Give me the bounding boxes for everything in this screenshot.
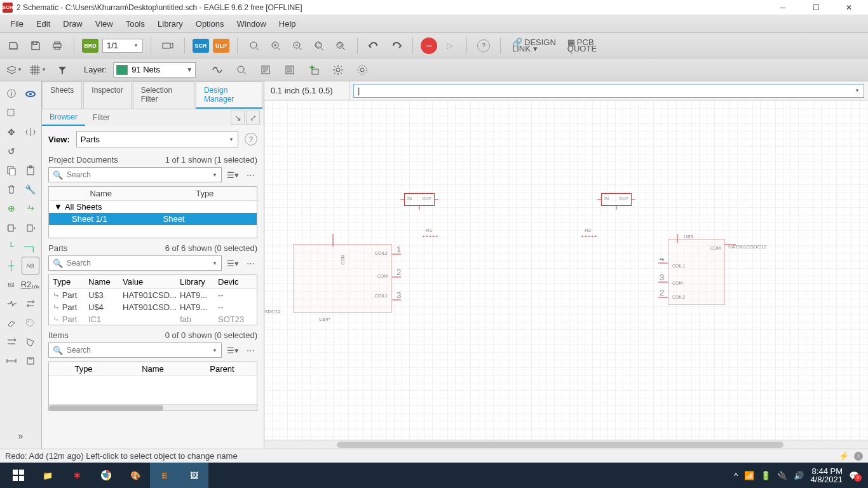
- menu-options[interactable]: Options: [189, 17, 231, 31]
- tray-battery-icon[interactable]: 🔋: [761, 471, 771, 480]
- menu-library[interactable]: Library: [151, 17, 189, 31]
- stop-button[interactable]: ─: [421, 37, 437, 54]
- start-button[interactable]: [4, 463, 33, 488]
- menu-edit[interactable]: Edit: [30, 17, 57, 31]
- relay-us3[interactable]: COM COIL1 COM COIL2: [668, 239, 725, 305]
- undo-icon[interactable]: [365, 37, 383, 55]
- design-link-button[interactable]: 🔗DESIGN LINK ▾: [508, 39, 560, 52]
- expand-palette-icon[interactable]: »: [3, 427, 39, 445]
- info-tool-icon[interactable]: ⓘ: [3, 85, 20, 103]
- taskbar-paint-icon[interactable]: 🎨: [121, 463, 150, 488]
- taskbar-app1-icon[interactable]: ✱: [62, 463, 92, 488]
- r2-tool-icon[interactable]: R2: [3, 276, 20, 294]
- menu-file[interactable]: File: [4, 17, 30, 31]
- bus-tool-icon[interactable]: [3, 333, 20, 351]
- open-icon[interactable]: [5, 37, 23, 55]
- polygon-tool-icon[interactable]: [22, 333, 39, 351]
- more-icon[interactable]: ⋯: [243, 256, 257, 270]
- subtab-filter[interactable]: Filter: [85, 110, 118, 125]
- label-tool-icon[interactable]: AB: [22, 257, 39, 274]
- tree-row-all-sheets[interactable]: ▼All Sheets: [49, 201, 257, 213]
- tree-row-sheet1[interactable]: Sheet 1/1Sheet: [49, 213, 257, 225]
- layers-icon[interactable]: ▼: [5, 61, 23, 79]
- taskbar-chrome-icon[interactable]: [92, 463, 121, 488]
- zoom-in-icon[interactable]: [267, 37, 285, 55]
- menu-window[interactable]: Window: [231, 17, 273, 31]
- rotate-tool-icon[interactable]: ↺: [3, 142, 20, 160]
- locate-icon[interactable]: ↘: [231, 111, 245, 125]
- resistor-r2[interactable]: [581, 234, 597, 239]
- cam-icon[interactable]: [159, 37, 177, 55]
- close-button[interactable]: ✕: [837, 1, 860, 14]
- copy-tool-icon[interactable]: [3, 161, 20, 179]
- zoom-select-icon[interactable]: [310, 37, 328, 55]
- taskbar-clock[interactable]: 8:44 PM 4/8/2021: [810, 467, 843, 484]
- tag-tool-icon[interactable]: [22, 314, 39, 332]
- layer-combo[interactable]: 91 Nets ▼: [113, 62, 196, 78]
- mirror-tool-icon[interactable]: [22, 123, 39, 141]
- filter-icon[interactable]: [53, 61, 71, 79]
- delete-tool-icon[interactable]: [3, 180, 20, 198]
- help-icon[interactable]: ?: [475, 37, 492, 55]
- minimize-button[interactable]: ─: [771, 1, 794, 14]
- dimension-tool-icon[interactable]: [3, 352, 20, 370]
- go-button[interactable]: ▷: [441, 37, 459, 55]
- gear2-icon[interactable]: [353, 61, 371, 79]
- wrench-tool-icon[interactable]: 🔧: [22, 180, 39, 198]
- parts-row[interactable]: ⤷ PartU$4HAT901CSD...HAT9...--: [49, 301, 257, 313]
- save-icon[interactable]: [27, 37, 44, 55]
- ercsearch-icon[interactable]: [233, 61, 250, 79]
- tab-sheets[interactable]: Sheets: [42, 81, 82, 109]
- script2-icon[interactable]: [281, 61, 299, 79]
- more-icon[interactable]: ⋯: [243, 168, 257, 182]
- invoke-tool-icon[interactable]: [22, 219, 39, 236]
- zoom-redraw-icon[interactable]: [332, 37, 349, 55]
- list-options-icon[interactable]: ☰▾: [226, 343, 240, 357]
- parts-search-input[interactable]: [67, 259, 208, 268]
- items-hscroll[interactable]: [49, 404, 257, 410]
- schematic-canvas[interactable]: IN OUT IN OUT R1 R2 COIL2: [264, 100, 868, 440]
- script1-icon[interactable]: [257, 61, 275, 79]
- menu-help[interactable]: Help: [273, 17, 302, 31]
- tab-selection-filter[interactable]: Selection Filter: [133, 81, 194, 109]
- resistor-r1[interactable]: [422, 234, 438, 239]
- taskbar-explorer-icon[interactable]: 📁: [33, 463, 62, 488]
- junction-tool-icon[interactable]: ┼: [3, 257, 20, 274]
- status-warning-icon[interactable]: !: [854, 452, 863, 461]
- tray-chevron-icon[interactable]: ^: [734, 471, 738, 480]
- zoom-out-icon[interactable]: [288, 37, 306, 55]
- text-tool-icon[interactable]: [22, 352, 39, 370]
- projdocs-search-input[interactable]: [67, 170, 208, 179]
- list-options-icon[interactable]: ☰▾: [226, 168, 240, 182]
- scr-button[interactable]: SCR: [193, 39, 209, 53]
- view-combo[interactable]: Parts▼: [76, 131, 238, 147]
- replace-tool-icon[interactable]: [22, 200, 39, 217]
- print-icon[interactable]: [48, 37, 66, 55]
- parts-row[interactable]: ⤷ PartU$3HAT901CSD...HAT9...--: [49, 289, 257, 301]
- wire-tool-icon[interactable]: ─┐: [22, 238, 39, 255]
- parts-row[interactable]: ⤷ PartIC1fabSOT23: [49, 313, 257, 325]
- items-search-input[interactable]: [67, 346, 208, 355]
- subtab-browser[interactable]: Browser: [42, 109, 85, 126]
- paste-tool-icon[interactable]: [22, 161, 39, 179]
- smash-tool-icon[interactable]: [3, 295, 20, 313]
- canvas-hscroll[interactable]: [264, 440, 868, 449]
- net-icon[interactable]: [208, 61, 226, 79]
- redo-icon[interactable]: [387, 37, 405, 55]
- items-search[interactable]: 🔍▼: [48, 342, 222, 358]
- show-tool-icon[interactable]: [22, 85, 39, 103]
- maximize-button[interactable]: ☐: [804, 1, 827, 14]
- taskbar-photos-icon[interactable]: 🖼: [179, 463, 208, 488]
- gear-icon[interactable]: [329, 61, 347, 79]
- grid-icon[interactable]: ▼: [29, 61, 47, 79]
- gate-tool-icon[interactable]: [3, 219, 20, 236]
- list-options-icon[interactable]: ☰▾: [226, 256, 240, 270]
- menu-tools[interactable]: Tools: [119, 17, 151, 31]
- sync-icon[interactable]: ⤢: [246, 111, 260, 125]
- erase-tool-icon[interactable]: [3, 314, 20, 332]
- action-center-icon[interactable]: 💬3: [849, 471, 859, 480]
- select-tool-icon[interactable]: [3, 104, 20, 122]
- tray-power-icon[interactable]: 🔌: [777, 471, 787, 480]
- zoom-fit-icon[interactable]: [245, 37, 263, 55]
- command-input[interactable]: |▼: [353, 84, 864, 98]
